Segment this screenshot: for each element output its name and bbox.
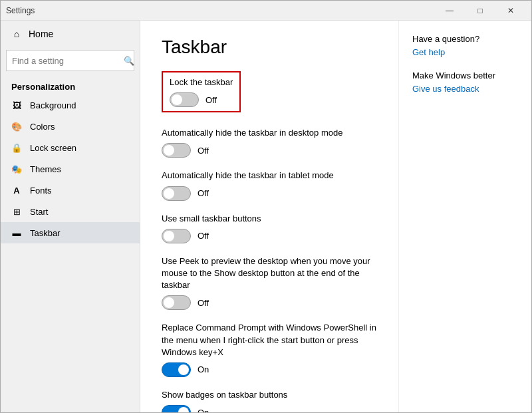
toggle-thumb <box>178 407 189 412</box>
home-label: Home <box>29 29 53 39</box>
sidebar-item-label: Lock screen <box>30 143 76 153</box>
toggle-auto-hide-desktop[interactable] <box>162 143 191 158</box>
toggle-text-auto-hide-tablet: Off <box>198 188 209 198</box>
search-input[interactable] <box>12 56 124 66</box>
setting-label-lock-taskbar: Lock the taskbar <box>170 76 233 88</box>
toggle-row-use-peek: Off <box>162 295 377 310</box>
toggle-text-auto-hide-desktop: Off <box>198 146 209 156</box>
close-button[interactable]: ✕ <box>495 1 526 21</box>
setting-powershell: Replace Command Prompt with Windows Powe… <box>162 322 377 377</box>
get-help-link[interactable]: Get help <box>412 47 445 57</box>
toggle-thumb <box>178 364 189 375</box>
setting-use-peek: Use Peek to preview the desktop when you… <box>162 255 377 311</box>
toggle-text-lock-taskbar: Off <box>205 95 217 105</box>
title-bar: Settings — □ ✕ <box>1 1 531 21</box>
right-panel-help: Have a question? Get help <box>412 34 518 57</box>
toggle-row-auto-hide-tablet: Off <box>162 186 377 201</box>
setting-label-auto-hide-tablet: Automatically hide the taskbar in tablet… <box>162 170 377 182</box>
setting-label-use-peek: Use Peek to preview the desktop when you… <box>162 255 377 292</box>
toggle-row-auto-hide-desktop: Off <box>162 143 377 158</box>
sidebar-item-label: Start <box>30 207 48 217</box>
setting-auto-hide-desktop: Automatically hide the taskbar in deskto… <box>162 127 377 158</box>
right-panel-feedback: Make Windows better Give us feedback <box>412 70 518 94</box>
toggle-small-taskbar[interactable] <box>162 229 191 243</box>
toggle-thumb <box>164 231 174 241</box>
toggle-text-small-taskbar: Off <box>198 231 209 241</box>
main-content: Taskbar Lock the taskbar Off Automatical… <box>140 21 398 412</box>
search-icon: 🔍 <box>124 56 134 66</box>
colors-icon: 🎨 <box>11 121 22 132</box>
sidebar-item-fonts[interactable]: A Fonts <box>1 180 140 201</box>
setting-label-auto-hide-desktop: Automatically hide the taskbar in deskto… <box>162 127 377 139</box>
minimize-button[interactable]: — <box>434 1 465 21</box>
sidebar-item-label: Fonts <box>30 186 52 196</box>
window-controls: — □ ✕ <box>434 1 526 21</box>
toggle-text-badges: On <box>198 408 209 412</box>
start-icon: ⊞ <box>11 206 22 217</box>
page-title: Taskbar <box>162 37 377 58</box>
help-heading: Have a question? <box>412 34 518 44</box>
content-area: ⌂ Home 🔍 Personalization 🖼 Background 🎨 … <box>1 21 531 412</box>
sidebar-item-colors[interactable]: 🎨 Colors <box>1 116 140 137</box>
sidebar-item-background[interactable]: 🖼 Background <box>1 94 140 116</box>
sidebar-section-title: Personalization <box>1 76 140 94</box>
toggle-text-powershell: On <box>198 364 209 374</box>
highlighted-setting-box: Lock the taskbar Off <box>162 71 241 112</box>
search-box[interactable]: 🔍 <box>6 50 134 71</box>
toggle-row-small-taskbar: Off <box>162 229 377 243</box>
maximize-button[interactable]: □ <box>465 1 495 21</box>
fonts-icon: A <box>11 185 22 196</box>
sidebar: ⌂ Home 🔍 Personalization 🖼 Background 🎨 … <box>1 21 140 412</box>
toggle-use-peek[interactable] <box>162 295 191 310</box>
sidebar-item-start[interactable]: ⊞ Start <box>1 201 140 222</box>
toggle-thumb <box>172 94 182 105</box>
sidebar-item-label: Background <box>30 100 76 110</box>
toggle-text-use-peek: Off <box>198 298 209 308</box>
setting-label-badges: Show badges on taskbar buttons <box>162 389 377 401</box>
setting-badges: Show badges on taskbar buttons On <box>162 389 377 412</box>
sidebar-home-button[interactable]: ⌂ Home <box>1 21 140 47</box>
feedback-link[interactable]: Give us feedback <box>412 84 479 94</box>
toggle-thumb <box>164 188 174 199</box>
home-icon: ⌂ <box>11 29 22 39</box>
toggle-thumb <box>164 145 174 156</box>
toggle-powershell[interactable] <box>162 362 191 377</box>
sidebar-item-label: Taskbar <box>30 228 61 238</box>
sidebar-item-taskbar[interactable]: ▬ Taskbar <box>1 222 140 243</box>
feedback-heading: Make Windows better <box>412 70 518 80</box>
lock-screen-icon: 🔒 <box>11 142 22 153</box>
sidebar-item-label: Themes <box>30 164 61 174</box>
setting-lock-taskbar: Lock the taskbar Off <box>162 71 377 115</box>
toggle-thumb <box>164 297 174 308</box>
toggle-row-lock-taskbar: Off <box>170 92 233 107</box>
sidebar-item-themes[interactable]: 🎭 Themes <box>1 158 140 180</box>
toggle-lock-taskbar[interactable] <box>170 92 199 107</box>
toggle-auto-hide-tablet[interactable] <box>162 186 191 201</box>
toggle-row-badges: On <box>162 405 377 412</box>
sidebar-item-label: Colors <box>30 122 55 132</box>
toggle-row-powershell: On <box>162 362 377 377</box>
setting-auto-hide-tablet: Automatically hide the taskbar in tablet… <box>162 170 377 200</box>
right-panel: Have a question? Get help Make Windows b… <box>398 21 531 412</box>
taskbar-icon: ▬ <box>11 227 22 238</box>
background-icon: 🖼 <box>11 100 22 110</box>
setting-label-small-taskbar: Use small taskbar buttons <box>162 213 377 225</box>
setting-small-taskbar: Use small taskbar buttons Off <box>162 213 377 243</box>
themes-icon: 🎭 <box>11 164 22 174</box>
toggle-badges[interactable] <box>162 405 191 412</box>
setting-label-powershell: Replace Command Prompt with Windows Powe… <box>162 322 377 358</box>
sidebar-item-lock-screen[interactable]: 🔒 Lock screen <box>1 137 140 158</box>
window-title: Settings <box>6 6 434 15</box>
settings-window: Settings — □ ✕ ⌂ Home 🔍 Personalization … <box>0 0 532 413</box>
